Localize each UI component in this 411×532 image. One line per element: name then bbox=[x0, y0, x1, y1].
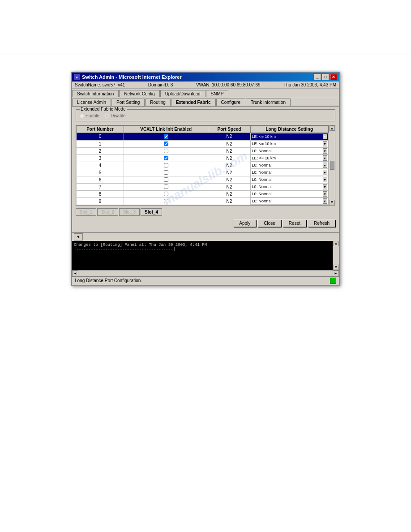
scroll-thumb[interactable] bbox=[330, 161, 334, 170]
long-distance-dropdown-btn[interactable]: ▼ bbox=[323, 184, 327, 189]
scroll-left-arrow[interactable]: ◄ bbox=[72, 270, 78, 277]
minimize-button[interactable]: _ bbox=[314, 74, 321, 80]
long-distance-cell[interactable]: L0: Normal▼ bbox=[251, 162, 329, 169]
apply-button[interactable]: Apply bbox=[233, 219, 256, 227]
status-indicator bbox=[330, 278, 336, 284]
close-button[interactable]: ✕ bbox=[330, 74, 337, 80]
console-scroll-down[interactable]: ▼ bbox=[334, 265, 339, 270]
tab-snmp[interactable]: SNMP bbox=[206, 90, 229, 97]
console-scroll-up[interactable]: ▲ bbox=[334, 241, 339, 246]
long-distance-value: L0: Normal bbox=[252, 192, 272, 196]
vcxlt-checkbox[interactable] bbox=[164, 170, 168, 175]
slot-tabs: Slot_1 Slot_2 Slot_3 Slot_4 bbox=[76, 208, 335, 216]
disable-option[interactable]: Disable bbox=[105, 113, 125, 118]
vcxlt-checkbox[interactable] bbox=[164, 163, 168, 167]
vcxlt-checkbox[interactable] bbox=[164, 142, 168, 146]
port-number-cell: 3 bbox=[77, 154, 124, 162]
port-table: Port Number VCXLT Link Init Enabled Port… bbox=[76, 125, 329, 205]
console-nav-arrow[interactable]: ▼ bbox=[74, 233, 83, 240]
window-icon: e bbox=[74, 74, 80, 80]
scroll-down-arrow[interactable]: ▼ bbox=[330, 200, 335, 205]
long-distance-cell[interactable]: LE: <= 10 km▼ bbox=[251, 140, 329, 147]
vcxlt-cell[interactable] bbox=[124, 140, 208, 147]
table-row[interactable]: 1N2LE: <= 10 km▼ bbox=[77, 140, 329, 147]
long-distance-dropdown-btn[interactable]: ▼ bbox=[323, 191, 327, 197]
vcxlt-checkbox[interactable] bbox=[164, 199, 168, 203]
long-distance-dropdown-btn[interactable]: ▼ bbox=[323, 155, 327, 161]
vcxlt-cell[interactable] bbox=[124, 197, 208, 205]
port-number-cell: 9 bbox=[77, 197, 124, 205]
console-scrollbar[interactable]: ▲ ▼ bbox=[333, 241, 339, 270]
enable-option[interactable]: Enable bbox=[80, 113, 99, 118]
long-distance-dropdown-btn[interactable]: ▼ bbox=[323, 148, 327, 154]
table-row[interactable]: 0N2LE: <= 10 km▼ bbox=[77, 133, 329, 141]
tab-switch-information[interactable]: Switch Information bbox=[72, 90, 119, 97]
long-distance-value: LE: <= 10 km bbox=[252, 134, 276, 139]
long-distance-dropdown-btn[interactable]: ▼ bbox=[323, 141, 327, 146]
col-vcxlt: VCXLT Link Init Enabled bbox=[124, 126, 208, 133]
table-row[interactable]: 2N2L0: Normal▼ bbox=[77, 147, 329, 154]
long-distance-value: L0: Normal bbox=[252, 177, 272, 182]
table-row[interactable]: 5N2L0: Normal▼ bbox=[77, 169, 329, 176]
table-row[interactable]: 4N2L0: Normal▼ bbox=[77, 162, 329, 169]
tab-network-config[interactable]: Network Config bbox=[119, 90, 159, 97]
table-scrollbar[interactable]: ▲ ▼ bbox=[329, 125, 335, 205]
port-speed-cell: N2 bbox=[208, 133, 250, 141]
tab-trunk-information[interactable]: Trunk Information bbox=[246, 99, 291, 106]
port-number-cell: 4 bbox=[77, 162, 124, 169]
tab-license-admin[interactable]: License Admin bbox=[72, 99, 111, 106]
reset-button[interactable]: Reset bbox=[283, 219, 306, 227]
long-distance-cell[interactable]: LE: <= 10 km▼ bbox=[251, 154, 329, 162]
table-row[interactable]: 7N2L0: Normal▼ bbox=[77, 183, 329, 190]
tab-configure[interactable]: Configure bbox=[216, 99, 245, 106]
long-distance-cell[interactable]: LE: <= 10 km▼ bbox=[251, 133, 329, 140]
bottom-decorative-line bbox=[0, 487, 411, 487]
long-distance-dropdown-btn[interactable]: ▼ bbox=[323, 170, 327, 175]
tab-port-setting[interactable]: Port Setting bbox=[111, 99, 145, 106]
long-distance-cell[interactable]: L0: Normal▼ bbox=[251, 147, 329, 154]
vcxlt-cell[interactable] bbox=[124, 169, 208, 176]
slot-tab-3[interactable]: Slot_3 bbox=[119, 208, 140, 216]
disable-radio[interactable] bbox=[105, 114, 109, 118]
table-row[interactable]: 8N2L0: Normal▼ bbox=[77, 190, 329, 197]
vcxlt-checkbox[interactable] bbox=[164, 149, 168, 153]
tab-routing[interactable]: Routing bbox=[145, 99, 170, 106]
table-row[interactable]: 6N2L0: Normal▼ bbox=[77, 176, 329, 183]
vcxlt-checkbox[interactable] bbox=[164, 156, 168, 160]
long-distance-cell[interactable]: L0: Normal▼ bbox=[251, 197, 329, 205]
long-distance-cell[interactable]: L0: Normal▼ bbox=[251, 176, 329, 183]
long-distance-dropdown-btn[interactable]: ▼ bbox=[323, 177, 327, 182]
vcxlt-cell[interactable] bbox=[124, 147, 208, 154]
vcxlt-checkbox[interactable] bbox=[164, 177, 168, 182]
vcxlt-cell[interactable] bbox=[124, 162, 208, 169]
long-distance-dropdown-btn[interactable]: ▼ bbox=[323, 134, 327, 139]
close-button-main[interactable]: Close bbox=[258, 219, 281, 227]
long-distance-cell[interactable]: L0: Normal▼ bbox=[251, 183, 329, 190]
table-row[interactable]: 9N2L0: Normal▼ bbox=[77, 197, 329, 205]
enable-radio[interactable] bbox=[80, 114, 84, 118]
long-distance-dropdown-btn[interactable]: ▼ bbox=[323, 163, 327, 168]
vcxlt-cell[interactable] bbox=[124, 154, 208, 162]
vcxlt-cell[interactable] bbox=[124, 183, 208, 190]
console-area: Changes to [Routing] Panel at: Thu Jan 3… bbox=[72, 241, 333, 270]
scroll-right-arrow[interactable]: ► bbox=[333, 270, 339, 277]
slot-tab-1[interactable]: Slot_1 bbox=[76, 208, 96, 216]
vcxlt-cell[interactable] bbox=[124, 133, 208, 141]
maximize-button[interactable]: □ bbox=[322, 74, 329, 80]
tab-upload-download[interactable]: Upload/Download bbox=[160, 90, 206, 97]
long-distance-cell[interactable]: L0: Normal▼ bbox=[251, 190, 329, 197]
vcxlt-cell[interactable] bbox=[124, 190, 208, 197]
long-distance-cell[interactable]: L0: Normal▼ bbox=[251, 169, 329, 176]
refresh-button[interactable]: Refresh bbox=[308, 219, 335, 227]
vcxlt-checkbox[interactable] bbox=[164, 192, 168, 196]
vcxlt-cell[interactable] bbox=[124, 176, 208, 183]
vcxlt-checkbox[interactable] bbox=[164, 184, 168, 189]
long-distance-dropdown-btn[interactable]: ▼ bbox=[323, 198, 327, 204]
slot-tab-4[interactable]: Slot_4 bbox=[141, 208, 162, 216]
table-row[interactable]: 3N2LE: <= 10 km▼ bbox=[77, 154, 329, 162]
slot-tab-2[interactable]: Slot_2 bbox=[97, 208, 118, 216]
scroll-up-arrow[interactable]: ▲ bbox=[330, 125, 335, 131]
vcxlt-checkbox[interactable] bbox=[164, 134, 168, 139]
console-line1: Changes to [Routing] Panel at: Thu Jan 3… bbox=[74, 243, 331, 247]
tab-extended-fabric[interactable]: Extended Fabric bbox=[171, 99, 216, 106]
